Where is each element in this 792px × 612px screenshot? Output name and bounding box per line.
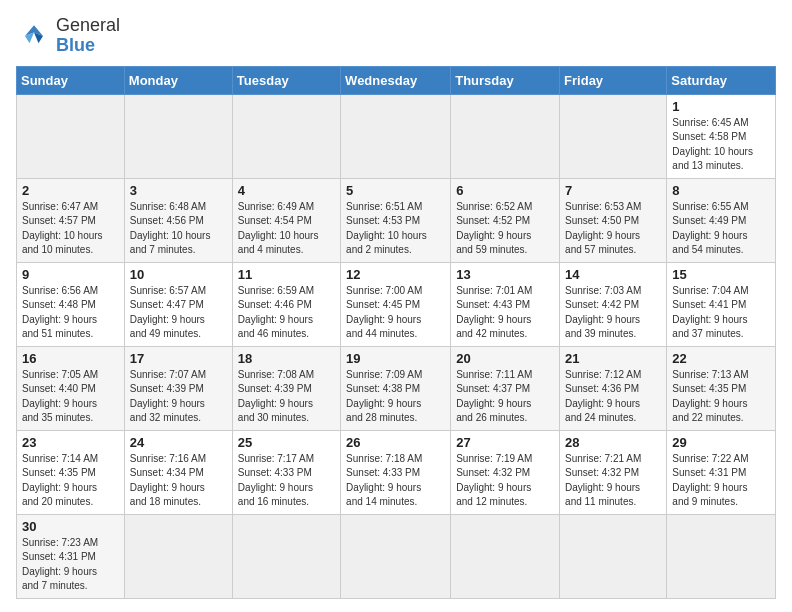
page-header: General Blue <box>16 16 776 56</box>
day-info: Sunrise: 6:59 AM Sunset: 4:46 PM Dayligh… <box>238 284 335 342</box>
day-number: 27 <box>456 435 554 450</box>
day-number: 5 <box>346 183 445 198</box>
day-number: 11 <box>238 267 335 282</box>
day-info: Sunrise: 7:01 AM Sunset: 4:43 PM Dayligh… <box>456 284 554 342</box>
day-info: Sunrise: 7:16 AM Sunset: 4:34 PM Dayligh… <box>130 452 227 510</box>
day-number: 26 <box>346 435 445 450</box>
day-info: Sunrise: 7:19 AM Sunset: 4:32 PM Dayligh… <box>456 452 554 510</box>
day-info: Sunrise: 6:48 AM Sunset: 4:56 PM Dayligh… <box>130 200 227 258</box>
calendar-cell: 11Sunrise: 6:59 AM Sunset: 4:46 PM Dayli… <box>232 262 340 346</box>
day-number: 25 <box>238 435 335 450</box>
calendar-cell: 17Sunrise: 7:07 AM Sunset: 4:39 PM Dayli… <box>124 346 232 430</box>
calendar-cell: 28Sunrise: 7:21 AM Sunset: 4:32 PM Dayli… <box>560 430 667 514</box>
day-number: 22 <box>672 351 770 366</box>
calendar-week-row: 2Sunrise: 6:47 AM Sunset: 4:57 PM Daylig… <box>17 178 776 262</box>
calendar-cell: 8Sunrise: 6:55 AM Sunset: 4:49 PM Daylig… <box>667 178 776 262</box>
day-number: 2 <box>22 183 119 198</box>
calendar-cell <box>124 94 232 178</box>
calendar-cell: 25Sunrise: 7:17 AM Sunset: 4:33 PM Dayli… <box>232 430 340 514</box>
calendar-cell: 7Sunrise: 6:53 AM Sunset: 4:50 PM Daylig… <box>560 178 667 262</box>
day-number: 18 <box>238 351 335 366</box>
calendar-cell: 26Sunrise: 7:18 AM Sunset: 4:33 PM Dayli… <box>341 430 451 514</box>
calendar-cell: 12Sunrise: 7:00 AM Sunset: 4:45 PM Dayli… <box>341 262 451 346</box>
day-info: Sunrise: 6:57 AM Sunset: 4:47 PM Dayligh… <box>130 284 227 342</box>
calendar-cell <box>232 514 340 598</box>
calendar-week-row: 16Sunrise: 7:05 AM Sunset: 4:40 PM Dayli… <box>17 346 776 430</box>
weekday-header-wednesday: Wednesday <box>341 66 451 94</box>
day-number: 7 <box>565 183 661 198</box>
day-number: 16 <box>22 351 119 366</box>
day-info: Sunrise: 7:17 AM Sunset: 4:33 PM Dayligh… <box>238 452 335 510</box>
calendar-cell: 2Sunrise: 6:47 AM Sunset: 4:57 PM Daylig… <box>17 178 125 262</box>
day-number: 1 <box>672 99 770 114</box>
day-number: 21 <box>565 351 661 366</box>
day-info: Sunrise: 7:07 AM Sunset: 4:39 PM Dayligh… <box>130 368 227 426</box>
calendar-cell: 14Sunrise: 7:03 AM Sunset: 4:42 PM Dayli… <box>560 262 667 346</box>
calendar-cell <box>124 514 232 598</box>
day-info: Sunrise: 7:05 AM Sunset: 4:40 PM Dayligh… <box>22 368 119 426</box>
day-info: Sunrise: 7:03 AM Sunset: 4:42 PM Dayligh… <box>565 284 661 342</box>
calendar-cell <box>17 94 125 178</box>
day-info: Sunrise: 7:13 AM Sunset: 4:35 PM Dayligh… <box>672 368 770 426</box>
day-info: Sunrise: 6:45 AM Sunset: 4:58 PM Dayligh… <box>672 116 770 174</box>
calendar-cell: 20Sunrise: 7:11 AM Sunset: 4:37 PM Dayli… <box>451 346 560 430</box>
day-number: 20 <box>456 351 554 366</box>
logo: General Blue <box>16 16 120 56</box>
day-info: Sunrise: 6:51 AM Sunset: 4:53 PM Dayligh… <box>346 200 445 258</box>
day-number: 17 <box>130 351 227 366</box>
day-number: 15 <box>672 267 770 282</box>
day-number: 28 <box>565 435 661 450</box>
day-info: Sunrise: 7:14 AM Sunset: 4:35 PM Dayligh… <box>22 452 119 510</box>
calendar-week-row: 30Sunrise: 7:23 AM Sunset: 4:31 PM Dayli… <box>17 514 776 598</box>
day-info: Sunrise: 7:00 AM Sunset: 4:45 PM Dayligh… <box>346 284 445 342</box>
calendar-week-row: 1Sunrise: 6:45 AM Sunset: 4:58 PM Daylig… <box>17 94 776 178</box>
day-number: 9 <box>22 267 119 282</box>
calendar-week-row: 9Sunrise: 6:56 AM Sunset: 4:48 PM Daylig… <box>17 262 776 346</box>
weekday-header-thursday: Thursday <box>451 66 560 94</box>
day-info: Sunrise: 7:22 AM Sunset: 4:31 PM Dayligh… <box>672 452 770 510</box>
calendar-cell: 13Sunrise: 7:01 AM Sunset: 4:43 PM Dayli… <box>451 262 560 346</box>
calendar-cell: 21Sunrise: 7:12 AM Sunset: 4:36 PM Dayli… <box>560 346 667 430</box>
calendar-cell: 10Sunrise: 6:57 AM Sunset: 4:47 PM Dayli… <box>124 262 232 346</box>
day-number: 14 <box>565 267 661 282</box>
calendar-cell <box>451 94 560 178</box>
day-info: Sunrise: 6:49 AM Sunset: 4:54 PM Dayligh… <box>238 200 335 258</box>
calendar-cell: 15Sunrise: 7:04 AM Sunset: 4:41 PM Dayli… <box>667 262 776 346</box>
calendar-cell: 1Sunrise: 6:45 AM Sunset: 4:58 PM Daylig… <box>667 94 776 178</box>
day-info: Sunrise: 6:53 AM Sunset: 4:50 PM Dayligh… <box>565 200 661 258</box>
calendar-cell <box>232 94 340 178</box>
day-number: 19 <box>346 351 445 366</box>
calendar-cell: 6Sunrise: 6:52 AM Sunset: 4:52 PM Daylig… <box>451 178 560 262</box>
day-info: Sunrise: 7:09 AM Sunset: 4:38 PM Dayligh… <box>346 368 445 426</box>
calendar-cell: 29Sunrise: 7:22 AM Sunset: 4:31 PM Dayli… <box>667 430 776 514</box>
calendar-cell: 19Sunrise: 7:09 AM Sunset: 4:38 PM Dayli… <box>341 346 451 430</box>
calendar-cell <box>341 514 451 598</box>
weekday-header-monday: Monday <box>124 66 232 94</box>
weekday-header-sunday: Sunday <box>17 66 125 94</box>
day-number: 12 <box>346 267 445 282</box>
weekday-header-tuesday: Tuesday <box>232 66 340 94</box>
calendar-cell: 4Sunrise: 6:49 AM Sunset: 4:54 PM Daylig… <box>232 178 340 262</box>
calendar-cell: 3Sunrise: 6:48 AM Sunset: 4:56 PM Daylig… <box>124 178 232 262</box>
day-number: 24 <box>130 435 227 450</box>
calendar-cell <box>560 94 667 178</box>
day-number: 6 <box>456 183 554 198</box>
calendar-cell <box>560 514 667 598</box>
calendar-week-row: 23Sunrise: 7:14 AM Sunset: 4:35 PM Dayli… <box>17 430 776 514</box>
logo-icon <box>16 18 52 54</box>
calendar-cell: 27Sunrise: 7:19 AM Sunset: 4:32 PM Dayli… <box>451 430 560 514</box>
calendar-cell: 16Sunrise: 7:05 AM Sunset: 4:40 PM Dayli… <box>17 346 125 430</box>
calendar-header-row: SundayMondayTuesdayWednesdayThursdayFrid… <box>17 66 776 94</box>
day-number: 4 <box>238 183 335 198</box>
calendar-cell: 30Sunrise: 7:23 AM Sunset: 4:31 PM Dayli… <box>17 514 125 598</box>
calendar-cell <box>341 94 451 178</box>
weekday-header-friday: Friday <box>560 66 667 94</box>
calendar-cell: 18Sunrise: 7:08 AM Sunset: 4:39 PM Dayli… <box>232 346 340 430</box>
day-number: 3 <box>130 183 227 198</box>
logo-text: General Blue <box>56 16 120 56</box>
day-number: 30 <box>22 519 119 534</box>
day-info: Sunrise: 7:18 AM Sunset: 4:33 PM Dayligh… <box>346 452 445 510</box>
calendar-cell: 24Sunrise: 7:16 AM Sunset: 4:34 PM Dayli… <box>124 430 232 514</box>
day-info: Sunrise: 6:56 AM Sunset: 4:48 PM Dayligh… <box>22 284 119 342</box>
day-info: Sunrise: 7:23 AM Sunset: 4:31 PM Dayligh… <box>22 536 119 594</box>
